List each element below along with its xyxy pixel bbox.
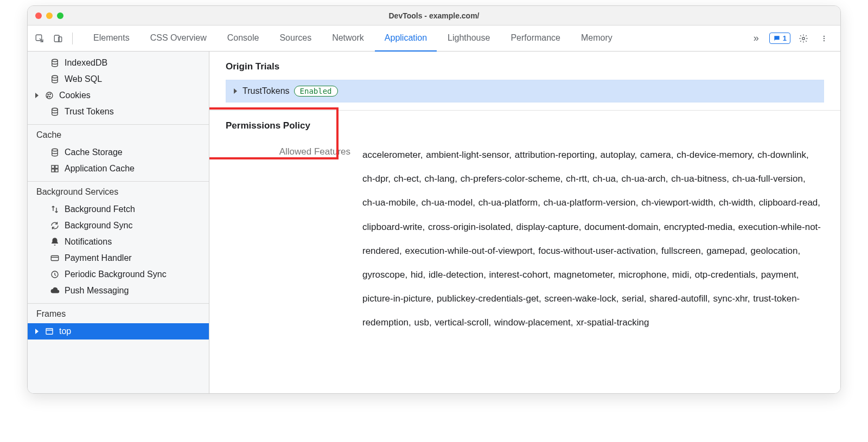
sidebar-item-label: Cookies <box>59 91 91 100</box>
database-icon <box>49 74 60 85</box>
svg-point-6 <box>824 40 825 41</box>
tab-label: Lighthouse <box>448 33 490 43</box>
sidebar-item-label: Trust Tokens <box>65 107 114 117</box>
trial-row[interactable]: TrustTokens Enabled <box>226 80 824 103</box>
window-title: DevTools - example.com/ <box>28 11 840 20</box>
sidebar-item-label: Cache Storage <box>65 148 123 157</box>
window-icon <box>44 326 55 337</box>
tab-console[interactable]: Console <box>218 25 269 52</box>
svg-rect-22 <box>46 329 53 335</box>
svg-point-10 <box>48 94 49 95</box>
caret-icon <box>234 88 237 94</box>
svg-point-11 <box>50 94 51 95</box>
sidebar-item-background-fetch[interactable]: Background Fetch <box>28 201 209 217</box>
cookie-icon <box>44 90 55 101</box>
cloud-icon <box>49 285 60 296</box>
svg-point-3 <box>802 37 805 40</box>
updown-icon <box>49 204 60 215</box>
tab-sources[interactable]: Sources <box>270 25 321 52</box>
svg-rect-16 <box>52 165 54 168</box>
frames-header: Frames <box>28 303 209 323</box>
caret-icon <box>35 93 39 98</box>
sidebar-item-indexeddb[interactable]: IndexedDB <box>28 55 209 71</box>
tab-network[interactable]: Network <box>322 25 374 52</box>
card-icon <box>49 253 60 264</box>
sidebar-item-label: Background Fetch <box>65 204 135 214</box>
sidebar-item-label: Periodic Background Sync <box>65 270 167 279</box>
close-icon[interactable] <box>35 12 42 19</box>
trial-status-chip: Enabled <box>294 86 338 97</box>
device-toolbar-button[interactable] <box>50 31 66 46</box>
inspect-element-button[interactable] <box>32 31 47 46</box>
svg-point-5 <box>824 37 825 39</box>
svg-rect-19 <box>55 169 58 172</box>
svg-point-9 <box>46 92 53 99</box>
separator <box>72 33 73 44</box>
tab-memory[interactable]: Memory <box>571 25 622 52</box>
database-icon <box>49 106 60 117</box>
traffic-lights <box>28 12 63 19</box>
detail-pane: Origin Trials TrustTokens Enabled Permis… <box>209 52 840 393</box>
issues-badge[interactable]: 1 <box>769 33 790 44</box>
caret-icon <box>35 329 39 334</box>
sidebar-item-trust-tokens[interactable]: Trust Tokens <box>28 104 209 120</box>
tab-label: CSS Overview <box>150 33 207 43</box>
tab-lighthouse[interactable]: Lighthouse <box>438 25 500 52</box>
sidebar-item-top[interactable]: top <box>28 323 209 339</box>
sidebar-item-periodic-background-sync[interactable]: Periodic Background Sync <box>28 266 209 283</box>
database-icon <box>49 147 60 158</box>
bell-icon <box>49 236 60 247</box>
cache-group: Cache Cache StorageApplication Cache <box>28 124 209 181</box>
sidebar-item-payment-handler[interactable]: Payment Handler <box>28 250 209 266</box>
tab-label: Elements <box>93 33 130 43</box>
sidebar-item-label: Application Cache <box>65 164 135 174</box>
sidebar-item-cache-storage[interactable]: Cache Storage <box>28 144 209 161</box>
settings-button[interactable] <box>796 31 811 46</box>
bg-group: Background Services Background FetchBack… <box>28 181 209 303</box>
bg-header: Background Services <box>28 181 209 201</box>
trial-name: TrustTokens <box>242 86 290 96</box>
sidebar-item-notifications[interactable]: Notifications <box>28 234 209 250</box>
svg-point-12 <box>49 97 50 98</box>
origin-trials-section: Origin Trials TrustTokens Enabled <box>209 52 840 103</box>
svg-point-13 <box>47 97 48 98</box>
frames-group: Frames top <box>28 303 209 344</box>
maximize-icon[interactable] <box>57 12 63 19</box>
sidebar-item-label: Background Sync <box>65 221 132 230</box>
svg-point-4 <box>824 35 825 36</box>
kebab-menu-button[interactable] <box>816 31 832 46</box>
sidebar-item-label: Web SQL <box>65 74 102 84</box>
tab-elements[interactable]: Elements <box>84 25 139 52</box>
svg-rect-17 <box>55 165 58 168</box>
permissions-policy-section: Permissions Policy Allowed Features acce… <box>209 110 840 335</box>
sidebar-item-label: Push Messaging <box>65 286 129 296</box>
tab-label: Sources <box>279 33 311 43</box>
sidebar-item-web-sql[interactable]: Web SQL <box>28 71 209 87</box>
sidebar-item-push-messaging[interactable]: Push Messaging <box>28 283 209 299</box>
tab-application[interactable]: Application <box>375 25 437 52</box>
sidebar-item-cookies[interactable]: Cookies <box>28 87 209 104</box>
toolbar-right: » 1 <box>749 31 836 46</box>
tab-label: Network <box>332 33 364 43</box>
permissions-title: Permissions Policy <box>226 120 824 131</box>
database-icon <box>49 57 60 68</box>
sidebar-item-label: Payment Handler <box>65 253 132 263</box>
permissions-allowed-label: Allowed Features <box>226 143 350 161</box>
sidebar-item-application-cache[interactable]: Application Cache <box>28 161 209 177</box>
minimize-icon[interactable] <box>46 12 53 19</box>
devtools-window: DevTools - example.com/ ElementsCSS Over… <box>27 5 841 394</box>
tab-performance[interactable]: Performance <box>501 25 570 52</box>
issues-count: 1 <box>783 34 787 42</box>
grid-icon <box>49 163 60 174</box>
sidebar-item-background-sync[interactable]: Background Sync <box>28 217 209 234</box>
more-tabs-button[interactable]: » <box>749 31 764 46</box>
tab-label: Memory <box>581 33 612 43</box>
svg-point-14 <box>52 108 58 111</box>
tab-label: Performance <box>510 33 560 43</box>
tab-css-overview[interactable]: CSS Overview <box>141 25 216 52</box>
tab-label: Application <box>385 33 427 43</box>
toolbar: ElementsCSS OverviewConsoleSourcesNetwor… <box>28 25 840 52</box>
svg-point-15 <box>52 149 58 151</box>
application-sidebar: IndexedDBWeb SQLCookiesTrust Tokens Cach… <box>28 52 209 393</box>
sidebar-item-label: top <box>59 326 71 336</box>
